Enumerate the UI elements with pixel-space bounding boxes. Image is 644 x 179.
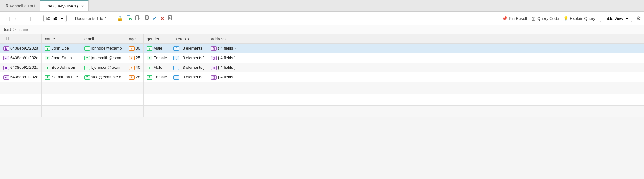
cell-name-3[interactable]: TSamantha Lee	[42, 72, 81, 82]
str-icon: T	[45, 75, 50, 80]
tab-find[interactable]: Find Query (line 1) ✕	[40, 0, 89, 11]
cell-address-1[interactable]: {}{ 4 fields }	[208, 53, 239, 63]
cell-extra-1	[239, 53, 644, 63]
pin-result-label: Pin Result	[509, 16, 527, 21]
breadcrumb-collection[interactable]: name	[19, 27, 29, 32]
tab-bar: Raw shell output Find Query (line 1) ✕	[0, 0, 644, 12]
breadcrumb-db[interactable]: test	[4, 27, 11, 32]
page-size-selector[interactable]: 50 50 100 200	[43, 15, 66, 22]
tab-raw-label: Raw shell output	[6, 3, 35, 8]
cell-interests-1[interactable]: [][ 3 elements ]	[170, 53, 208, 63]
col-age[interactable]: age	[126, 34, 143, 44]
id-icon: id	[3, 56, 9, 60]
obj-icon: {}	[211, 75, 217, 80]
col-id[interactable]: _id	[0, 34, 42, 44]
cell-id-2[interactable]: id6438eb91f202a	[0, 63, 42, 72]
cell-interests-2[interactable]: [][ 3 elements ]	[170, 63, 208, 72]
view-dropdown[interactable]: Table View JSON View List View	[602, 16, 629, 21]
col-interests[interactable]: interests	[170, 34, 208, 44]
cell-email-2[interactable]: Tbjohnson@exam	[81, 63, 126, 72]
col-email[interactable]: email	[81, 34, 126, 44]
explain-query-button[interactable]: 💡 Explain Query	[563, 16, 595, 21]
cell-id-3[interactable]: id6438eb91f202a	[0, 72, 42, 82]
nav-prev-button[interactable]: ←	[12, 15, 20, 22]
edit-document-button[interactable]	[134, 15, 141, 22]
lightbulb-icon: 💡	[563, 16, 568, 21]
cell-address-0[interactable]: {}{ 4 fields }	[208, 44, 239, 53]
settings-button[interactable]: ⚙	[637, 15, 641, 21]
cell-email-1[interactable]: Tjanesmith@exam	[81, 53, 126, 63]
cell-address-2[interactable]: {}{ 4 fields }	[208, 63, 239, 72]
nav-first-button[interactable]: ←|	[3, 15, 12, 22]
col-address[interactable]: address	[208, 34, 239, 44]
col-name[interactable]: name	[42, 34, 81, 44]
cell-extra-2	[239, 63, 644, 72]
divider-1	[40, 15, 40, 22]
svg-rect-10	[145, 16, 148, 19]
str-icon: T	[45, 46, 50, 51]
cell-age-3[interactable]: #28	[126, 72, 143, 82]
id-icon: id	[3, 66, 9, 70]
table-row[interactable]: id6438eb91f202aTBob JohnsonTbjohnson@exa…	[0, 63, 644, 72]
pin-icon: 📌	[502, 16, 507, 21]
nav-last-button[interactable]: |→	[29, 15, 37, 22]
str-icon: T	[84, 75, 90, 80]
document-count: Documents 1 to 4	[75, 16, 107, 21]
col-gender[interactable]: gender	[144, 34, 170, 44]
cell-age-2[interactable]: #40	[126, 63, 143, 72]
str-icon: T	[84, 46, 90, 51]
cell-interests-3[interactable]: [][ 3 elements ]	[170, 72, 208, 82]
cell-gender-3[interactable]: TFemale	[144, 72, 170, 82]
query-code-button[interactable]: ⟨∫⟩ Query Code	[531, 16, 559, 21]
col-extra	[239, 34, 644, 44]
str-icon: T	[45, 66, 50, 70]
num-icon: #	[129, 75, 135, 80]
cell-name-1[interactable]: TJane Smith	[42, 53, 81, 63]
id-icon: id	[3, 75, 9, 80]
delete-button[interactable]: ✖	[159, 15, 166, 22]
search-refresh-button[interactable]	[167, 15, 174, 22]
pin-result-button[interactable]: 📌 Pin Result	[502, 16, 527, 21]
check-button[interactable]: ✔	[151, 15, 158, 22]
cell-email-3[interactable]: Tslee@example.c	[81, 72, 126, 82]
cell-id-1[interactable]: id6438eb91f202a	[0, 53, 42, 63]
tab-close-icon[interactable]: ✕	[81, 4, 84, 8]
cell-email-0[interactable]: Tjohndoe@examp	[81, 44, 126, 53]
cell-interests-0[interactable]: [][ 3 elements ]	[170, 44, 208, 53]
action-icons: 🔒 ✔ ✖	[116, 15, 174, 22]
cell-age-1[interactable]: #25	[126, 53, 143, 63]
data-table: _id name email age gender interests addr…	[0, 34, 644, 117]
add-document-button[interactable]	[125, 15, 133, 22]
obj-icon: {}	[211, 66, 217, 70]
str-icon: T	[84, 66, 90, 70]
cell-name-2[interactable]: TBob Johnson	[42, 63, 81, 72]
cell-id-0[interactable]: id6438eb91f202a	[0, 44, 42, 53]
svg-rect-11	[168, 16, 172, 20]
lock-icon-button[interactable]: 🔒	[116, 15, 124, 22]
toolbar: ←| ← → |→ 50 50 100 200 Documents 1 to 4…	[0, 12, 644, 25]
str-icon: T	[147, 66, 152, 70]
table-header: _id name email age gender interests addr…	[0, 34, 644, 44]
nav-next-button[interactable]: →	[20, 15, 28, 22]
id-icon: id	[3, 46, 9, 51]
table-row[interactable]: id6438eb91f202aTJane SmithTjanesmith@exa…	[0, 53, 644, 63]
cell-name-0[interactable]: TJohn Doe	[42, 44, 81, 53]
cell-gender-0[interactable]: TMale	[144, 44, 170, 53]
cell-gender-1[interactable]: TFemale	[144, 53, 170, 63]
cell-address-3[interactable]: {}{ 4 fields }	[208, 72, 239, 82]
page-size-dropdown[interactable]: 50 100 200	[51, 16, 65, 21]
cell-age-0[interactable]: #30	[126, 44, 143, 53]
table-row[interactable]: id6438eb91f202aTJohn DoeTjohndoe@examp#3…	[0, 44, 644, 53]
num-icon: #	[129, 56, 135, 60]
copy-document-button[interactable]	[143, 15, 150, 22]
query-code-label: Query Code	[537, 16, 559, 21]
obj-icon: {}	[211, 46, 217, 51]
str-icon: T	[147, 56, 152, 60]
empty-row: --------	[0, 106, 644, 117]
str-icon: T	[45, 56, 50, 60]
view-selector[interactable]: Table View JSON View List View	[600, 15, 632, 22]
explain-query-label: Explain Query	[570, 16, 595, 21]
table-row[interactable]: id6438eb91f202aTSamantha LeeTslee@exampl…	[0, 72, 644, 82]
cell-gender-2[interactable]: TMale	[144, 63, 170, 72]
tab-raw[interactable]: Raw shell output	[1, 0, 40, 11]
